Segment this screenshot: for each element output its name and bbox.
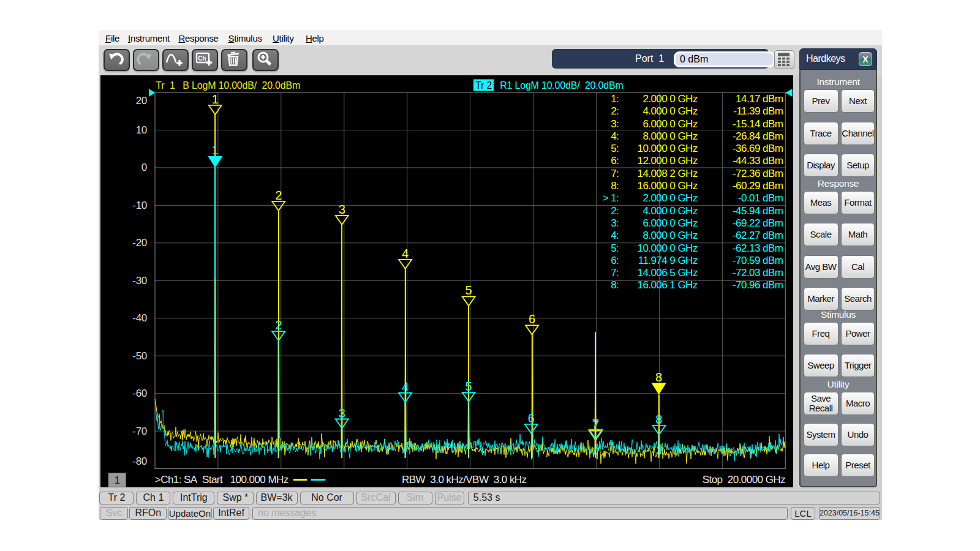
svg-text:4: 4: [402, 247, 409, 260]
svg-text:5:: 5:: [611, 143, 619, 154]
svg-text:6.000 0 GHz: 6.000 0 GHz: [643, 118, 697, 130]
svg-text:2.000 0 GHz: 2.000 0 GHz: [643, 93, 697, 105]
svg-text:3: 3: [339, 203, 345, 216]
svg-text:Tr 2: Tr 2: [475, 80, 492, 91]
svg-text:-72.03 dBm: -72.03 dBm: [733, 267, 783, 279]
svg-text:4.000 0 GHz: 4.000 0 GHz: [643, 205, 697, 217]
svg-text:5:: 5:: [611, 242, 619, 254]
svg-text:-10: -10: [132, 200, 147, 211]
svg-text:-60.29 dBm: -60.29 dBm: [733, 180, 783, 192]
svg-text:Stop 20.0000 GHz: Stop 20.0000 GHz: [703, 474, 785, 485]
svg-text:> 1:: > 1:: [603, 192, 619, 204]
svg-text:-80: -80: [132, 455, 147, 467]
svg-text:2.000 0 GHz: 2.000 0 GHz: [643, 192, 697, 204]
svg-text:RBW 3.0 kHz/VBW 3.0 kHz: RBW 3.0 kHz/VBW 3.0 kHz: [402, 474, 527, 485]
svg-text:-15.14 dBm: -15.14 dBm: [733, 118, 783, 130]
svg-text:2: 2: [275, 189, 282, 202]
svg-text:Ch: Ch: [198, 55, 206, 62]
svg-text:3:: 3:: [611, 217, 619, 229]
svg-text:1:: 1:: [611, 93, 619, 105]
svg-text:10: 10: [136, 124, 147, 136]
svg-text:0: 0: [141, 162, 147, 173]
svg-text:7:: 7:: [611, 267, 619, 279]
svg-text:4.000 0 GHz: 4.000 0 GHz: [643, 105, 697, 117]
svg-text:-45.94 dBm: -45.94 dBm: [733, 205, 783, 217]
svg-text:8: 8: [655, 413, 662, 426]
svg-text:14.17 dBm: 14.17 dBm: [736, 93, 783, 105]
svg-text:-30: -30: [132, 275, 147, 287]
svg-text:2:: 2:: [611, 205, 619, 217]
svg-text:-44.33 dBm: -44.33 dBm: [733, 155, 783, 167]
svg-text:-36.69 dBm: -36.69 dBm: [733, 143, 783, 154]
svg-text:3:: 3:: [611, 118, 619, 130]
svg-text:4: 4: [402, 380, 409, 394]
svg-text:20: 20: [136, 95, 147, 107]
svg-text:-72.36 dBm: -72.36 dBm: [733, 168, 783, 179]
svg-text:6:: 6:: [611, 155, 619, 167]
svg-text:Tr 1 B LogM 10.00dB/ 20.0d: Tr 1 B LogM 10.00dB/ 20.0dBm: [156, 80, 300, 91]
svg-text:-62.27 dBm: -62.27 dBm: [733, 230, 783, 241]
svg-text:12.000 0 GHz: 12.000 0 GHz: [637, 155, 697, 167]
svg-text:-69.22 dBm: -69.22 dBm: [733, 217, 783, 229]
svg-text:-60: -60: [132, 388, 147, 399]
svg-text:8:: 8:: [611, 279, 619, 291]
svg-text:11.974 9 GHz: 11.974 9 GHz: [638, 255, 698, 266]
svg-text:>Ch1: SA Start 100.000 MHz: >Ch1: SA Start 100.000 MHz: [155, 474, 288, 485]
svg-text:7: 7: [592, 417, 599, 430]
svg-text:16.006 1 GHz: 16.006 1 GHz: [637, 279, 697, 291]
svg-text:R1 LogM 10.00dB/ 20.0dBm: R1 LogM 10.00dB/ 20.0dBm: [500, 80, 623, 91]
svg-text:6.000 0 GHz: 6.000 0 GHz: [643, 217, 697, 229]
svg-text:8: 8: [655, 370, 662, 384]
svg-text:1: 1: [212, 92, 219, 106]
svg-text:6:: 6:: [611, 255, 619, 266]
svg-text:4:: 4:: [611, 130, 619, 142]
svg-text:1: 1: [212, 143, 219, 157]
svg-text:14.006 5 GHz: 14.006 5 GHz: [637, 267, 697, 279]
svg-text:7:: 7:: [611, 168, 619, 179]
svg-text:10.000 0 GHz: 10.000 0 GHz: [637, 242, 697, 254]
svg-text:-62.13 dBm: -62.13 dBm: [733, 242, 783, 254]
svg-text:8.000 0 GHz: 8.000 0 GHz: [643, 230, 697, 241]
svg-text:6: 6: [528, 411, 535, 425]
svg-text:2: 2: [275, 318, 282, 332]
svg-text:-26.84 dBm: -26.84 dBm: [733, 130, 783, 142]
svg-text:-70: -70: [132, 425, 147, 437]
svg-text:-70.96 dBm: -70.96 dBm: [733, 279, 783, 291]
svg-text:-0.01 dBm: -0.01 dBm: [738, 192, 783, 204]
svg-text:16.000 0 GHz: 16.000 0 GHz: [637, 180, 697, 192]
svg-text:14.008 2 GHz: 14.008 2 GHz: [637, 168, 697, 179]
svg-text:-11.39 dBm: -11.39 dBm: [733, 105, 783, 117]
svg-text:2:: 2:: [611, 105, 619, 117]
svg-text:6: 6: [529, 312, 535, 326]
svg-text:8.000 0 GHz: 8.000 0 GHz: [643, 130, 697, 142]
svg-text:-70.59 dBm: -70.59 dBm: [733, 255, 783, 266]
svg-text:3: 3: [339, 407, 345, 420]
svg-text:-40: -40: [132, 312, 147, 324]
svg-text:4:: 4:: [611, 230, 619, 241]
svg-text:5: 5: [466, 380, 472, 393]
svg-text:-20: -20: [132, 237, 147, 249]
svg-text:10.000 0 GHz: 10.000 0 GHz: [637, 143, 697, 154]
svg-text:-50: -50: [132, 350, 147, 362]
svg-text:5: 5: [466, 283, 472, 297]
svg-text:8:: 8:: [611, 180, 619, 192]
svg-text:1: 1: [114, 474, 119, 486]
